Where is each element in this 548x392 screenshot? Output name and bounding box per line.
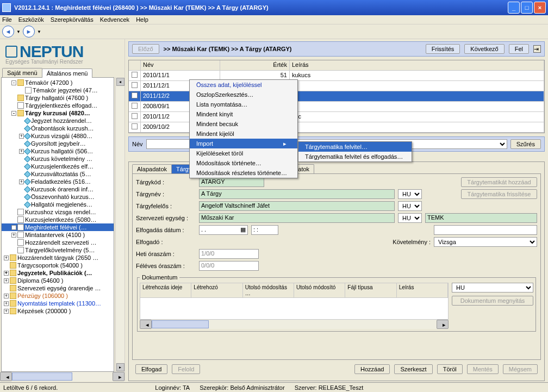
elf-blank-field[interactable] [434, 225, 537, 235]
ctx-delete-selection[interactable]: Kijelöléseket töröl [190, 148, 297, 158]
col-name[interactable]: Név [141, 60, 220, 71]
sidebar-middle-scroll[interactable]: ◂ ▸ [115, 77, 124, 372]
menu-favorites[interactable]: Kedvencek [100, 16, 129, 23]
tree-item[interactable]: Tárgyjelentkezés elfogad… [2, 102, 114, 109]
mentes-button[interactable]: Mentés [467, 364, 499, 374]
kov-select[interactable]: Vizsga [434, 237, 537, 247]
col-desc[interactable]: Leírás [290, 60, 544, 71]
pin-icon[interactable]: ⇥ [533, 45, 541, 53]
tree-item[interactable]: Szervezeti egység órarendje … [2, 284, 114, 292]
row-checkbox[interactable] [132, 72, 138, 78]
tree-item[interactable]: +Nyomtatási templatek (11300… [2, 300, 114, 307]
doc-col-modified[interactable]: Utolsó módosítás … [243, 283, 294, 297]
torol-button[interactable]: Töröl [437, 364, 463, 374]
hetio-field[interactable]: 1/0/0 [199, 249, 259, 259]
tree-item[interactable]: +Jegyzetek, Publikációk (… [2, 269, 114, 277]
split-right-button[interactable]: ▸ [116, 363, 124, 371]
col-value[interactable]: Érték [220, 60, 290, 71]
doc-col-creator[interactable]: Létrehozó [191, 283, 242, 297]
documents-lang[interactable]: HU [452, 283, 533, 293]
tematika-update-button[interactable]: Tárgytematika frissítése [461, 189, 537, 199]
documents-hscroll[interactable]: ◂ ▸ [140, 320, 449, 329]
menu-tools[interactable]: Eszközök [18, 16, 44, 23]
minimize-button[interactable]: _ [508, 2, 520, 14]
collapse-icon[interactable]: - [11, 111, 16, 116]
tree-item[interactable]: +Diploma (54600 ) [2, 277, 114, 284]
row-checkbox[interactable] [132, 82, 138, 88]
scroll-right-button[interactable]: ▸ [113, 372, 124, 381]
ctx-column-edit[interactable]: OszlopSzerkesztés… [190, 90, 297, 99]
hozzaad-button[interactable]: Hozzáad [354, 364, 390, 374]
tree-item[interactable]: Hallgatói megjelenés… [2, 201, 114, 208]
grid-context-menu[interactable]: Összes adat, kijelöléssel OszlopSzerkesz… [189, 79, 298, 178]
expand-icon[interactable]: + [4, 256, 9, 260]
tree-item[interactable]: +Képzések (200000 ) [2, 307, 114, 315]
tree-item[interactable]: Összevonható kurzus… [2, 193, 114, 201]
tree-item[interactable]: Kurzusjelentkezés elf… [2, 163, 114, 170]
tree-item[interactable]: Kurzus követelmény … [2, 155, 114, 163]
ctx-mod-history[interactable]: Módosítások története… [190, 158, 297, 168]
ctx-close-all[interactable]: Mindent becsuk [190, 119, 297, 129]
tree-item[interactable]: +Mintatantervek (4100 ) [2, 231, 114, 239]
documents-body[interactable] [140, 298, 449, 320]
doc-col-filetype[interactable]: Fájl típusa [345, 283, 396, 297]
expand-icon[interactable]: + [4, 301, 9, 306]
maximize-button[interactable]: □ [521, 2, 533, 14]
expand-icon[interactable]: + [4, 278, 9, 283]
ctx-import[interactable]: Import [190, 139, 297, 148]
close-button[interactable]: × [534, 2, 546, 14]
ctx-mod-history-detailed[interactable]: Módosítások részletes története… [190, 168, 297, 178]
tree-item[interactable]: +Kurzus vizsgái (4880… [2, 132, 114, 140]
feleves-field[interactable]: 0/0/0 [199, 261, 259, 271]
tree-item[interactable]: Órabontások kurzush… [2, 125, 114, 132]
row-checkbox[interactable] [132, 113, 138, 119]
scroll-track[interactable] [12, 372, 113, 381]
tree-item[interactable]: Témakör jegyzetei (47… [2, 86, 114, 94]
tree-item[interactable]: Gyorsított jegybeír… [2, 140, 114, 147]
menu-help[interactable]: Help [136, 16, 148, 23]
felelos-lang[interactable]: HU [398, 201, 422, 211]
menu-roleswitch[interactable]: Szerepkörváltás [51, 16, 94, 23]
tab-alapadatok[interactable]: Alapadatok [132, 164, 172, 173]
tree-item[interactable]: Tárgyelőkövetelmény (5… [2, 246, 114, 254]
expand-icon[interactable]: + [4, 309, 9, 314]
tree-item[interactable]: Kurzusváltoztatás (5… [2, 170, 114, 178]
doc-col-modifier[interactable]: Utolsó módosító [294, 283, 345, 297]
doc-col-created[interactable]: Létrehozás ideje [140, 283, 191, 297]
tree-item[interactable]: +Hozzárendelt tárgyak (2650 … [2, 254, 114, 262]
tree-item[interactable]: -Témakör (47200 ) [2, 79, 114, 86]
szerv-lang[interactable]: HU [398, 213, 422, 223]
expand-icon[interactable]: + [11, 225, 16, 230]
tree-item[interactable]: -Tárgy kurzusai (4820… [2, 109, 114, 117]
tree-item[interactable]: Kurzushoz vizsga rendel… [2, 208, 114, 216]
expand-icon[interactable]: + [4, 271, 9, 276]
nav-back-button[interactable]: ◄ [2, 26, 14, 38]
row-checkbox[interactable] [132, 92, 138, 98]
tree-item[interactable]: Kurzusok órarendi inf… [2, 185, 114, 193]
refresh-button[interactable]: Frissítés [426, 44, 460, 54]
tematika-add-button[interactable]: Tárgytematikát hozzáad [461, 177, 537, 187]
elfdate-field[interactable]: . .▦ [199, 225, 248, 235]
elfogad-button[interactable]: Elfogad [135, 364, 167, 374]
tree-item[interactable]: Hozzárendelt szervezeti … [2, 239, 114, 246]
doc-scroll-thumb[interactable] [152, 320, 209, 328]
nav-back-dropdown[interactable]: ▼ [16, 29, 21, 34]
row-checkbox[interactable] [132, 123, 138, 129]
up-button[interactable]: Fel [509, 44, 529, 54]
ctx-tematika-felvitel[interactable]: Tárgytematika felvitel… [298, 142, 412, 152]
tree-item[interactable]: Jegyzet hozzárendel… [2, 117, 114, 125]
megsem-button[interactable]: Mégsem [503, 364, 538, 374]
tree-item[interactable]: +Kurzus hallgatói (506… [2, 147, 114, 155]
tree-item[interactable]: Tárgycsoportok (54000 ) [2, 262, 114, 269]
calendar-icon[interactable]: ▦ [240, 226, 246, 234]
doc-scroll-track[interactable] [152, 320, 437, 329]
row-checkbox[interactable] [132, 103, 138, 109]
tree-item[interactable]: Tárgy hallgatói (47600 ) [2, 94, 114, 102]
split-left-button[interactable]: ◂ [116, 78, 124, 86]
tree-hscroll[interactable]: ◂ ▸ [0, 372, 124, 381]
doc-scroll-right[interactable]: ▸ [437, 320, 449, 329]
scroll-thumb[interactable] [12, 372, 72, 381]
document-open-button[interactable]: Dokumentum megnyitás [452, 296, 533, 306]
scroll-left-button[interactable]: ◂ [0, 372, 12, 381]
doc-col-desc[interactable]: Leírás [397, 283, 448, 297]
